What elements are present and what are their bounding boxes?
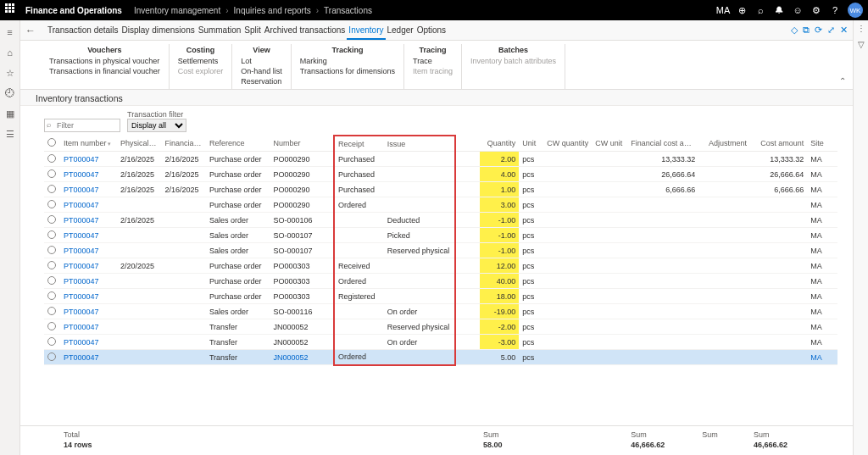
popout-icon[interactable]: ⤢ — [827, 25, 835, 36]
back-icon[interactable]: ← — [25, 25, 37, 36]
row-radio[interactable] — [47, 246, 56, 254]
row-radio[interactable] — [47, 200, 56, 208]
home-icon[interactable]: ⌂ — [3, 46, 17, 59]
row-radio[interactable] — [47, 169, 56, 178]
table-row[interactable]: PT000047Sales orderSO-000107Reserved phy… — [44, 243, 837, 258]
col-head[interactable]: Number — [270, 136, 334, 152]
ribbon-item[interactable]: Marking — [300, 56, 395, 66]
col-head[interactable]: CW quantity — [542, 136, 593, 152]
col-head[interactable]: Issue — [384, 136, 455, 152]
table-row[interactable]: PT000047Purchase orderPO000303Ordered40.… — [44, 274, 837, 289]
ribbon-item[interactable]: Transactions for dimensions — [300, 66, 395, 76]
tab-archived-transactions[interactable]: Archived transactions — [263, 22, 348, 40]
select-all-radio[interactable] — [47, 138, 56, 147]
avatar[interactable]: WK — [848, 3, 863, 18]
col-head[interactable]: Financial date — [161, 136, 205, 152]
item-link[interactable]: PT000047 — [64, 292, 99, 301]
col-head[interactable]: Cost amount — [750, 136, 807, 152]
table-row[interactable]: PT000047Sales orderSO-000107Picked-1.00p… — [44, 228, 837, 243]
breadcrumb-item[interactable]: Transactions — [324, 6, 372, 15]
table-row[interactable]: PT000047Sales orderSO-000116On order-19.… — [44, 304, 837, 319]
table-row[interactable]: PT0000472/16/20252/16/2025Purchase order… — [44, 167, 837, 182]
col-head[interactable]: Financial cost amount — [627, 136, 698, 152]
col-head[interactable]: Physical date — [117, 136, 161, 152]
gear-icon[interactable]: ⚙ — [807, 1, 826, 19]
globe-icon[interactable]: ⊕ — [732, 1, 751, 19]
number-link[interactable]: JN000052 — [273, 353, 308, 362]
table-row[interactable]: PT000047TransferJN000052Reserved physica… — [44, 319, 837, 335]
ribbon-item[interactable]: Trace — [413, 56, 453, 66]
col-head[interactable] — [44, 136, 60, 152]
tab-ledger[interactable]: Ledger — [386, 22, 415, 40]
close-icon[interactable]: ✕ — [840, 25, 848, 36]
item-link[interactable]: PT000047 — [64, 323, 99, 331]
ribbon-item[interactable]: On-hand list — [241, 66, 282, 76]
table-row[interactable]: PT000047Purchase orderPO000290Ordered3.0… — [44, 197, 837, 213]
col-head[interactable]: Item number — [60, 136, 117, 152]
col-head[interactable]: Site — [807, 136, 828, 152]
transaction-filter-select[interactable]: Display all — [127, 119, 186, 132]
tab-summation[interactable]: Summation — [197, 22, 243, 40]
item-link[interactable]: PT000047 — [64, 186, 99, 194]
row-radio[interactable] — [47, 185, 56, 193]
star-icon[interactable]: ☆ — [3, 66, 17, 80]
list-icon[interactable]: ☰ — [3, 127, 17, 141]
item-link[interactable]: PT000047 — [64, 216, 99, 225]
ribbon-item[interactable]: Transactions in physical voucher — [49, 56, 160, 66]
item-link[interactable]: PT000047 — [64, 308, 99, 316]
menu-icon[interactable]: ≡ — [3, 25, 17, 39]
row-radio[interactable] — [47, 291, 56, 300]
recent-icon[interactable]: 🕘︎ — [3, 86, 17, 100]
grid-area[interactable]: Item numberPhysical dateFinancial dateRe… — [20, 135, 853, 425]
table-row[interactable]: PT0000472/16/2025Sales orderSO-000106Ded… — [44, 213, 837, 228]
ribbon-item[interactable]: Reservation — [241, 76, 282, 86]
col-head[interactable]: Adjustment — [698, 136, 750, 152]
table-row[interactable]: PT0000472/16/20252/16/2025Purchase order… — [44, 182, 837, 197]
ribbon-item[interactable]: Settlements — [178, 56, 224, 66]
refresh-icon[interactable]: ⟳ — [815, 25, 822, 36]
row-radio[interactable] — [47, 215, 56, 224]
tab-transaction-details[interactable]: Transaction details — [46, 22, 120, 40]
item-link[interactable]: PT000047 — [64, 353, 99, 362]
item-link[interactable]: PT000047 — [64, 277, 99, 286]
col-head[interactable]: Reference — [206, 136, 270, 152]
item-link[interactable]: PT000047 — [64, 247, 99, 255]
collapse-ribbon-icon[interactable]: ⌃ — [839, 76, 846, 86]
col-head[interactable]: CW unit — [592, 136, 627, 152]
item-link[interactable]: PT000047 — [64, 262, 99, 270]
row-radio[interactable] — [47, 307, 56, 315]
help-icon[interactable]: ? — [826, 1, 844, 19]
tab-options[interactable]: Options — [415, 22, 448, 40]
col-head[interactable]: Receipt — [334, 136, 384, 152]
tab-display-dimensions[interactable]: Display dimensions — [120, 22, 197, 40]
item-link[interactable]: PT000047 — [64, 231, 99, 240]
office-icon[interactable]: ⧉ — [803, 25, 810, 36]
row-radio[interactable] — [47, 261, 56, 269]
user-initials-left[interactable]: MA — [714, 1, 732, 19]
smiley-icon[interactable]: ☺ — [788, 1, 807, 19]
breadcrumb-item[interactable]: Inventory management — [134, 6, 220, 15]
table-row[interactable]: PT000047TransferJN000052On order-3.00pcs… — [44, 335, 837, 350]
item-link[interactable]: PT000047 — [64, 170, 99, 179]
col-head[interactable] — [828, 136, 837, 152]
tab-split[interactable]: Split — [242, 22, 262, 40]
breadcrumb-item[interactable]: Inquiries and reports — [234, 6, 311, 15]
bell-icon[interactable]: 🔔︎ — [770, 1, 788, 19]
row-radio[interactable] — [47, 322, 56, 330]
ribbon-item[interactable]: Lot — [241, 56, 282, 66]
module-icon[interactable]: ▦ — [3, 107, 17, 120]
table-row[interactable]: PT0000472/16/20252/16/2025Purchase order… — [44, 152, 837, 167]
attach-icon[interactable]: ◇ — [791, 25, 798, 36]
col-head[interactable] — [455, 136, 480, 152]
tab-inventory[interactable]: Inventory — [347, 22, 385, 40]
table-row[interactable]: PT000047Purchase orderPO000303Registered… — [44, 289, 837, 304]
row-radio[interactable] — [47, 352, 56, 361]
table-row[interactable]: PT000047TransferJN000052Ordered5.00pcsMA — [44, 350, 837, 365]
item-link[interactable]: PT000047 — [64, 338, 99, 347]
row-radio[interactable] — [47, 276, 56, 285]
row-radio[interactable] — [47, 337, 56, 346]
item-link[interactable]: PT000047 — [64, 155, 99, 164]
app-launcher-icon[interactable] — [5, 3, 19, 17]
ribbon-item[interactable]: Transactions in financial voucher — [49, 66, 160, 76]
col-head[interactable]: Unit — [519, 136, 542, 152]
